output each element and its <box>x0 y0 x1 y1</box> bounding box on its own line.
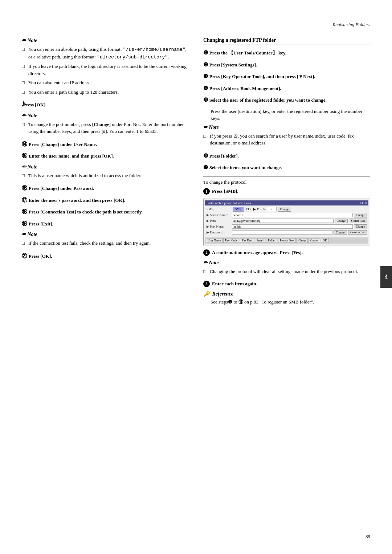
footer-email[interactable]: Email <box>255 238 265 243</box>
section-title: Changing a registered FTP folder <box>203 37 370 45</box>
r-step-number-6: ❻ <box>203 153 209 159</box>
step-17: ⑰ Enter the user's password, and then pr… <box>22 196 189 204</box>
note-section-2: ✏ Note To change the port number, press … <box>22 113 189 135</box>
step-number-16: ⑯ <box>22 185 29 191</box>
step-text-17: Enter the user's password, and then pres… <box>29 197 125 203</box>
page-container: Registering Folders 4 ✏ Note You can ent… <box>0 0 392 554</box>
step-13: 𝅘𝅥𝅱 Press [OK]. <box>22 101 189 109</box>
screen-path-change-btn[interactable]: Change <box>335 219 348 223</box>
screen-dir-row: ▶ Port None: In this Change <box>207 224 367 229</box>
note-icon-5: ✏ <box>203 125 208 130</box>
header-title: Registering Folders <box>332 22 370 28</box>
r-step-number-3: ❸ <box>203 73 209 79</box>
circle-step-3: 3 Enter each item again. <box>203 280 370 288</box>
to-change-protocol-label: To change the protocol <box>203 179 370 186</box>
circle-num-3: 3 <box>203 281 210 287</box>
note-item: This is a user name which is authorized … <box>22 172 189 179</box>
footer-usercode[interactable]: User Code <box>223 238 239 243</box>
reference-icon: 🔑 <box>203 291 209 297</box>
screen-mockup: Protocol/Telephone Address Book 13:00 SM… <box>203 199 370 245</box>
note-item: To change the port number, press [Change… <box>22 121 189 135</box>
note-section-3: ✏ Note This is a user name which is auth… <box>22 164 189 179</box>
note-section-6: ✏ Note Changing the protocol will clear … <box>203 260 370 275</box>
footer-username[interactable]: User Name <box>206 238 222 243</box>
note-section-1: ✏ Note You can enter an absolute path, u… <box>22 37 189 95</box>
footer-protectdest[interactable]: Protect Dest <box>278 238 296 243</box>
screen-dir-change-btn[interactable]: Change <box>354 224 367 229</box>
right-column: Changing a registered FTP folder ❶ Press… <box>203 37 370 308</box>
reference-section: 🔑 Reference See steps❶ to ⑪ on p.83 "To … <box>203 291 370 306</box>
circle-step-text-1: Press [SMB]. <box>212 188 238 195</box>
step-20: ⑳ Press [OK]. <box>22 252 189 260</box>
r-step-number-5: ❺ <box>203 97 209 103</box>
screen-server-input[interactable]: server-1 <box>232 213 353 217</box>
note-icon-3: ✏ <box>22 164 26 170</box>
step-text-16: Press [Change] under Password. <box>29 186 94 191</box>
left-column: ✏ Note You can enter an absolute path, u… <box>22 37 189 308</box>
screen-server-change-btn[interactable]: Change <box>354 213 367 217</box>
note-item: You can also enter an IP address. <box>22 79 189 86</box>
screen-protocol-row: SMB SMB FTP ▶ Port No. 21 Change <box>207 207 367 212</box>
footer-folder[interactable]: Folder <box>266 238 277 243</box>
step-18: ⑱ Press [Connection Test] to check the p… <box>22 208 189 216</box>
r-step-text-2: Press [System Settings]. <box>209 62 257 68</box>
note-list-6: Changing the protocol will clear all set… <box>203 268 370 275</box>
screen-smb-btn[interactable]: SMB <box>233 207 244 212</box>
step-19: ⑲ Press [Exit]. <box>22 220 189 228</box>
footer-faxdest[interactable]: Fax Dest <box>240 238 254 243</box>
screen-path-input[interactable]: d:/my/private/directory <box>232 219 334 223</box>
r-step-text-5: Select the user of the registered folder… <box>209 97 327 103</box>
step-15: ⑮ Enter the user name, and then press [O… <box>22 152 189 160</box>
step-14: ⑭ Press [Change] under User Name. <box>22 140 189 148</box>
note-item: Changing the protocol will clear all set… <box>203 268 370 275</box>
note-item: If you press ☒, you can search for a use… <box>203 133 370 147</box>
note-item: You can enter an absolute path, using th… <box>22 46 189 61</box>
note-title-4: ✏ Note <box>22 231 189 237</box>
r-step-number-2: ❷ <box>203 62 209 68</box>
step-text-20: Press [OK]. <box>29 253 52 259</box>
reference-title: 🔑 Reference <box>203 291 370 297</box>
screen-path-search-btn[interactable]: Search Path <box>349 219 367 223</box>
note-section-5: ✏ Note If you press ☒, you can search fo… <box>203 124 370 147</box>
screen-footer: User Name User Code Fax Dest Email Folde… <box>205 237 368 244</box>
footer-ok[interactable]: OK <box>321 238 329 243</box>
r-step-number-4: ❹ <box>203 85 209 91</box>
note-title-6: ✏ Note <box>203 260 370 266</box>
note-title-3: ✏ Note <box>22 164 189 170</box>
r-step-number-7: ❼ <box>203 164 209 170</box>
screen-dir-input[interactable]: In this <box>232 224 353 229</box>
screen-port-change-btn[interactable]: Change <box>278 207 291 212</box>
screen-port-input[interactable]: 21 <box>268 207 277 211</box>
screen-password-input[interactable] <box>232 230 332 235</box>
screen-header-right: 13:00 <box>359 201 367 205</box>
r-step-7: ❼ Select the items you want to change. <box>203 163 370 172</box>
step-number-20: ⑳ <box>22 253 29 259</box>
r-step-6: ❻ Press [Folder]. <box>203 152 370 160</box>
circle-step-text-2: A confirmation message appears. Press [Y… <box>212 249 303 256</box>
r-step-text-6: Press [Folder]. <box>209 153 239 159</box>
r-step-5-sub: Press the user (destination) key, or ent… <box>203 108 370 122</box>
screen-path-label: ▶ Path: <box>207 219 232 223</box>
screen-cancel-exit-btn[interactable]: Cancel as Exit <box>348 230 367 235</box>
note-item: If the connection test fails, check the … <box>22 240 189 247</box>
screen-ftp-label: FTP <box>246 207 252 211</box>
note-item: You can enter a path using up to 128 cha… <box>22 89 189 96</box>
footer-chang[interactable]: Chang <box>297 238 308 243</box>
r-step-2: ❷ Press [System Settings]. <box>203 61 370 69</box>
reference-text: See steps❶ to ⑪ on p.83 "To register an … <box>203 298 370 306</box>
step-text-13: Press [OK]. <box>23 102 47 107</box>
screen-server-row: ▶ Server Name: server-1 Change <box>207 213 367 217</box>
r-step-1: ❶ Press the 【User Tools/Counter】 key. <box>203 49 370 57</box>
screen-password-row: ▶ Password: Change Cancel as Exit <box>207 230 367 235</box>
note-icon-4: ✏ <box>22 232 26 237</box>
footer-cancel[interactable]: Cancel <box>309 238 320 243</box>
note-item: If you leave the path blank, the login d… <box>22 63 189 77</box>
note-title-2: ✏ Note <box>22 113 189 119</box>
screen-password-change-btn[interactable]: Change <box>334 230 347 235</box>
r-step-number-1: ❶ <box>203 50 209 56</box>
circle-step-text-3: Enter each item again. <box>212 280 257 288</box>
note-icon-2: ✏ <box>22 113 26 118</box>
note-title-5: ✏ Note <box>203 124 370 130</box>
screen-password-label: ▶ Password: <box>207 231 232 234</box>
step-number-14: ⑭ <box>22 141 29 147</box>
